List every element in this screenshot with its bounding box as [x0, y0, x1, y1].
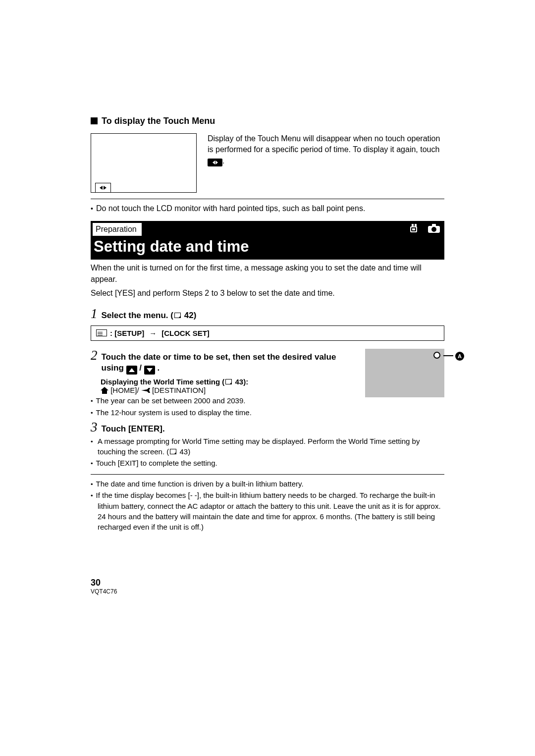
hour-system-note: The 12-hour system is used to display th…	[91, 407, 444, 418]
step-1-number: 1	[91, 307, 98, 321]
preparation-label: Preparation	[93, 223, 142, 236]
world-time-prompt-note: A message prompting for World Time setti…	[91, 436, 444, 457]
lithium-battery-note: The date and time function is driven by …	[91, 479, 444, 489]
svg-rect-2	[412, 228, 415, 230]
square-bullet-icon	[91, 117, 98, 124]
touch-menu-description: Display of the Touch Menu will disappear…	[208, 133, 444, 166]
home-icon	[101, 387, 108, 394]
svg-rect-6	[432, 224, 436, 226]
touch-menu-heading: To display the Touch Menu	[91, 116, 444, 126]
divider	[91, 474, 444, 475]
page-footer: 30 VQT4C76	[91, 578, 444, 595]
touch-tab-icon	[95, 183, 111, 193]
lcd-warning-note: Do not touch the LCD monitor with hard p…	[91, 203, 444, 214]
touch-menu-text-1: Display of the Touch Menu will disappear…	[208, 134, 440, 154]
menu-icon	[96, 329, 107, 336]
clock-set-illustration: A	[365, 349, 444, 397]
callout-label-a: A	[455, 352, 464, 361]
recharge-note: If the time display becomes [- -], the b…	[91, 490, 444, 532]
arrow-right-icon	[147, 329, 159, 337]
year-range-note: The year can be set between 2000 and 203…	[91, 395, 444, 406]
page-ref-icon	[225, 379, 232, 384]
world-time-label: Displaying the World Time setting ( 43):	[101, 378, 248, 386]
video-mode-icon	[409, 224, 421, 233]
manual-page: To display the Touch Menu Display of the…	[91, 116, 444, 595]
intro-line-2: Select [YES] and perform Steps 2 to 3 be…	[91, 288, 444, 299]
callout-line	[443, 355, 453, 356]
arrow-up-icon	[126, 366, 137, 375]
section-title: Setting date and time	[91, 236, 444, 260]
touch-arrows-icon	[208, 159, 222, 166]
step-2-wrap: A 2 Touch the date or time to be set, th…	[91, 349, 444, 418]
page-number: 30	[91, 578, 444, 588]
page-ref-icon	[174, 313, 181, 318]
airplane-icon	[141, 387, 150, 394]
step-2-number: 2	[91, 349, 98, 362]
step-3: 3 Touch [ENTER].	[91, 421, 444, 435]
mode-icons	[409, 224, 440, 233]
touch-menu-row: Display of the Touch Menu will disappear…	[91, 133, 444, 193]
footer-notes: The date and time function is driven by …	[91, 479, 444, 532]
divider	[91, 199, 444, 199]
svg-rect-3	[412, 224, 414, 226]
lcd-illustration	[91, 133, 197, 193]
exit-note: Touch [EXIT] to complete the setting.	[91, 458, 444, 468]
page-ref-icon	[170, 449, 176, 454]
document-code: VQT4C76	[91, 588, 444, 595]
svg-point-7	[431, 227, 436, 232]
step-3-number: 3	[91, 421, 98, 434]
menu-clock-set: [CLOCK SET]	[161, 329, 210, 337]
menu-path-box: : [SETUP] [CLOCK SET]	[91, 325, 444, 341]
svg-rect-4	[415, 224, 417, 226]
arrow-down-icon	[144, 366, 155, 375]
menu-setup: : [SETUP]	[110, 329, 144, 337]
intro-line-1: When the unit is turned on for the first…	[91, 263, 444, 285]
step-1: 1 Select the menu. ( 42)	[91, 307, 444, 322]
touch-menu-text-2: .	[222, 157, 224, 165]
callout-ring-icon	[433, 352, 440, 359]
section-header-bar: Preparation Setting date and time	[91, 221, 444, 260]
photo-mode-icon	[428, 224, 440, 233]
touch-menu-heading-text: To display the Touch Menu	[102, 116, 215, 126]
step-1-text: Select the menu. ( 42)	[102, 310, 445, 322]
step-3-text: Touch [ENTER].	[102, 424, 445, 435]
